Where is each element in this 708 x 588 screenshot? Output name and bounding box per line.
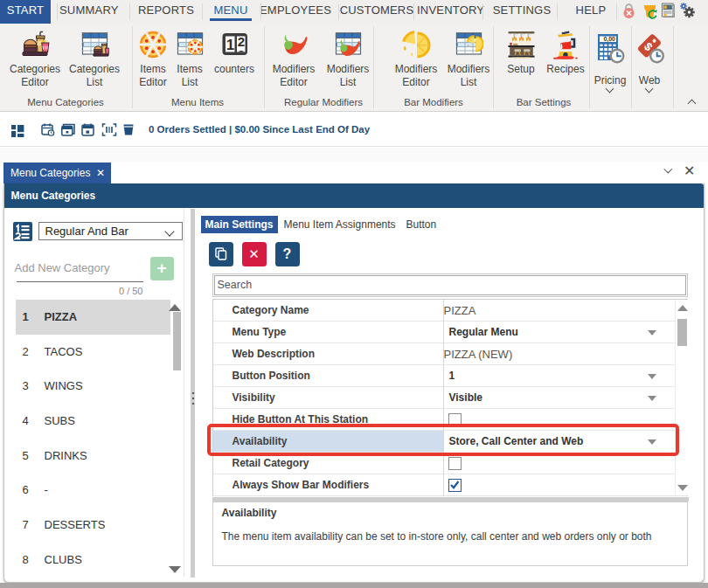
svg-text:1: 1: [226, 37, 233, 53]
svg-text:0,00: 0,00: [603, 36, 615, 43]
